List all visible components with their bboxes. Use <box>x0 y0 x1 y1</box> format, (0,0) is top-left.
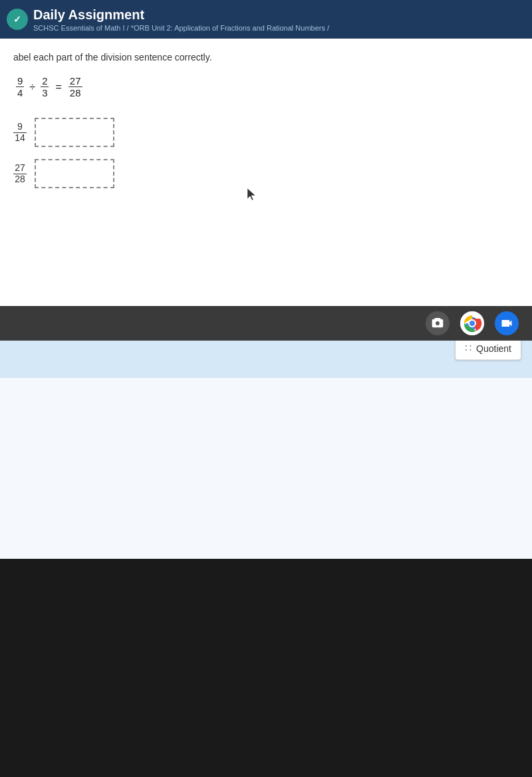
equation-display: 9 4 ÷ 2 3 = 27 28 <box>13 76 519 98</box>
chrome-taskbar-icon[interactable] <box>460 311 484 335</box>
drop-zones-area: 9 14 27 28 <box>13 118 519 188</box>
dz-num-1: 9 <box>13 122 27 132</box>
header-bar: ✓ Daily Assignment SCHSC Essentials of M… <box>0 0 532 39</box>
fraction-label-1: 9 14 <box>13 122 27 143</box>
drop-zone-row-1: 9 14 <box>13 118 519 147</box>
black-background <box>0 559 532 777</box>
drop-zone-row-2: 27 28 <box>13 159 519 188</box>
numerator-3: 27 <box>68 76 82 87</box>
drag-handle-icon: ∷ <box>465 342 472 355</box>
quotient-label: Quotient <box>476 343 511 353</box>
fraction-middle: 2 3 <box>41 76 49 98</box>
screen: ✓ Daily Assignment SCHSC Essentials of M… <box>0 0 532 559</box>
numerator-1: 9 <box>16 76 24 87</box>
fraction-left: 9 4 <box>16 76 24 98</box>
page-subtitle: SCHSC Essentials of Math I / *ORB Unit 2… <box>33 24 524 32</box>
assignment-icon: ✓ <box>7 9 28 30</box>
video-taskbar-icon[interactable] <box>495 311 519 335</box>
main-content: abel each part of the division sentence … <box>0 39 532 559</box>
denominator-3: 28 <box>68 87 82 98</box>
dz-den-2: 28 <box>15 174 25 184</box>
drop-box-1[interactable] <box>35 118 114 147</box>
svg-point-3 <box>469 321 475 326</box>
dz-den-1: 14 <box>15 133 25 143</box>
division-operator: ÷ <box>29 81 35 93</box>
fraction-right: 27 28 <box>68 76 82 98</box>
page-title: Daily Assignment <box>33 7 524 23</box>
camera-taskbar-icon[interactable] <box>426 311 450 335</box>
dz-num-2: 27 <box>13 163 27 174</box>
fraction-label-2: 27 28 <box>13 163 27 184</box>
denominator-1: 4 <box>16 87 24 98</box>
taskbar <box>0 306 532 341</box>
drop-box-2[interactable] <box>35 159 114 188</box>
instruction-text: abel each part of the division sentence … <box>13 52 519 63</box>
content-panel: abel each part of the division sentence … <box>0 39 532 318</box>
denominator-2: 3 <box>41 87 49 98</box>
equals-sign: = <box>55 81 61 93</box>
numerator-2: 2 <box>41 76 49 87</box>
